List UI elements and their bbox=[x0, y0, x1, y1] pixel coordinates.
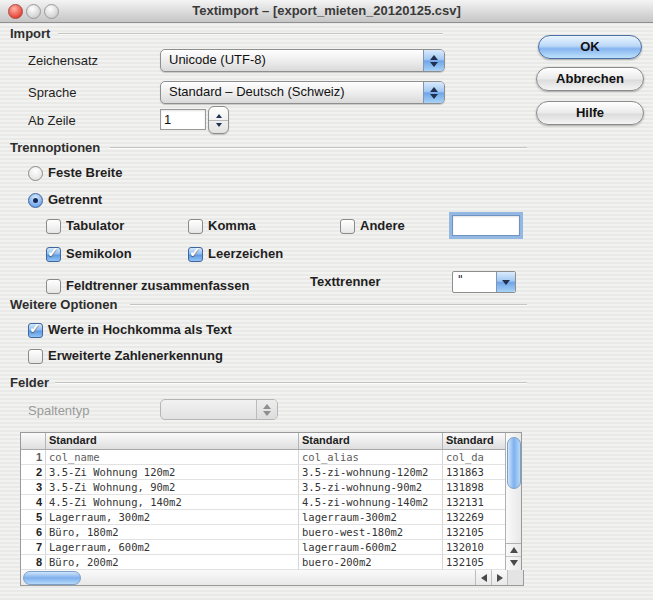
row-number: 4 bbox=[21, 495, 46, 510]
comma-label: Komma bbox=[208, 218, 256, 233]
horizontal-scrollbar[interactable] bbox=[20, 570, 524, 586]
table-cell: buero-200m2 bbox=[299, 555, 443, 570]
combo-dropdown-icon[interactable] bbox=[496, 272, 515, 292]
other-label: Andere bbox=[360, 218, 405, 233]
quoted-as-text-checkbox[interactable] bbox=[28, 323, 43, 338]
table-cell: Büro, 200m2 bbox=[46, 555, 299, 570]
separated-radio[interactable] bbox=[28, 193, 43, 208]
space-checkbox[interactable] bbox=[188, 247, 203, 262]
table-cell: 132010 bbox=[443, 540, 506, 555]
language-value: Standard – Deutsch (Schweiz) bbox=[161, 82, 423, 103]
table-row[interactable]: 8Büro, 200m2buero-200m2132105 bbox=[21, 555, 506, 570]
row-number: 5 bbox=[21, 510, 46, 525]
fields-section-line bbox=[55, 382, 527, 384]
table-header-row[interactable]: Standard Standard Standard bbox=[21, 433, 506, 450]
help-button[interactable]: Hilfe bbox=[536, 101, 644, 125]
table-cell: lagerraum-600m2 bbox=[299, 540, 443, 555]
cancel-button[interactable]: Abbrechen bbox=[536, 67, 644, 91]
text-delimiter-label: Texttrenner bbox=[310, 274, 381, 289]
row-number: 7 bbox=[21, 540, 46, 555]
scroll-up-button[interactable] bbox=[506, 544, 521, 556]
semicolon-checkbox[interactable] bbox=[46, 247, 61, 262]
table-row[interactable]: 33.5-Zi Wohnung, 90m23.5-zi-wohnung-90m2… bbox=[21, 480, 506, 495]
column-header[interactable]: Standard bbox=[443, 433, 506, 449]
table-cell: 132105 bbox=[443, 555, 506, 570]
table-cell: 4.5-zi-wohnung-140m2 bbox=[299, 495, 443, 510]
fields-section-label: Felder bbox=[10, 375, 49, 390]
table-row[interactable]: 1col_namecol_aliascol_da bbox=[21, 450, 506, 465]
comma-checkbox[interactable] bbox=[188, 219, 203, 234]
arrow-left-icon bbox=[481, 574, 487, 582]
row-number: 3 bbox=[21, 480, 46, 495]
horizontal-scrollbar-thumb[interactable] bbox=[23, 571, 81, 585]
table-cell: 4.5-Zi Wohnung, 140m2 bbox=[46, 495, 299, 510]
options-section-line bbox=[130, 304, 527, 306]
quoted-as-text-label: Werte in Hochkomma als Text bbox=[48, 322, 232, 337]
table-row[interactable]: 5Lagerraum, 300m2lagerraum-300m2132269 bbox=[21, 510, 506, 525]
from-row-stepper[interactable] bbox=[208, 106, 229, 134]
from-row-input[interactable]: 1 bbox=[160, 109, 206, 130]
table-cell: col_alias bbox=[299, 450, 443, 465]
arrow-right-icon bbox=[497, 574, 503, 582]
fixed-width-label: Feste Breite bbox=[48, 165, 122, 180]
table-cell: col_name bbox=[46, 450, 299, 465]
charset-value: Unicode (UTF-8) bbox=[161, 50, 423, 71]
table-cell: Lagerraum, 600m2 bbox=[46, 540, 299, 555]
merge-delimiters-checkbox[interactable] bbox=[46, 279, 61, 294]
text-delimiter-value: " bbox=[453, 272, 496, 292]
scrollbar-corner bbox=[507, 570, 523, 585]
table-cell: 132105 bbox=[443, 525, 506, 540]
table-body: 1col_namecol_aliascol_da23.5-Zi Wohnung … bbox=[21, 450, 506, 570]
arrow-down-icon bbox=[510, 560, 518, 566]
detect-numbers-checkbox[interactable] bbox=[28, 349, 43, 364]
charset-label: Zeichensatz bbox=[28, 53, 98, 68]
corner-header-cell bbox=[21, 433, 46, 449]
horizontal-scroll-track[interactable] bbox=[21, 570, 475, 585]
separated-label: Getrennt bbox=[48, 192, 102, 207]
column-header[interactable]: Standard bbox=[299, 433, 443, 449]
scroll-down-button[interactable] bbox=[506, 556, 521, 569]
import-section-label: Import bbox=[10, 26, 50, 41]
space-label: Leerzeichen bbox=[208, 246, 283, 261]
text-delimiter-combo[interactable]: " bbox=[452, 271, 516, 293]
tab-checkbox[interactable] bbox=[46, 219, 61, 234]
scroll-right-button[interactable] bbox=[491, 570, 507, 585]
table-cell: Lagerraum, 300m2 bbox=[46, 510, 299, 525]
column-type-value bbox=[161, 400, 256, 419]
language-popup[interactable]: Standard – Deutsch (Schweiz) bbox=[160, 81, 445, 104]
table-row[interactable]: 44.5-Zi Wohnung, 140m24.5-zi-wohnung-140… bbox=[21, 495, 506, 510]
tab-label: Tabulator bbox=[66, 218, 124, 233]
stepper-down-icon[interactable] bbox=[216, 123, 222, 127]
other-separator-input[interactable] bbox=[452, 215, 520, 236]
charset-popup[interactable]: Unicode (UTF-8) bbox=[160, 49, 445, 72]
semicolon-label: Semikolon bbox=[66, 246, 132, 261]
table-row[interactable]: 6Büro, 180m2buero-west-180m2132105 bbox=[21, 525, 506, 540]
table-cell: 3.5-Zi Wohnung, 90m2 bbox=[46, 480, 299, 495]
textimport-dialog: Textimport – [export_mieten_20120125.csv… bbox=[0, 0, 653, 600]
table-cell: 3.5-zi-wohnung-120m2 bbox=[299, 465, 443, 480]
vertical-scrollbar-thumb[interactable] bbox=[507, 437, 521, 489]
table-cell: buero-west-180m2 bbox=[299, 525, 443, 540]
table-row[interactable]: 23.5-Zi Wohnung 120m23.5-zi-wohnung-120m… bbox=[21, 465, 506, 480]
popup-stepper-icon bbox=[256, 400, 277, 419]
language-label: Sprache bbox=[28, 85, 76, 100]
row-number: 2 bbox=[21, 465, 46, 480]
table-cell: 131863 bbox=[443, 465, 506, 480]
stepper-up-icon[interactable] bbox=[216, 114, 222, 118]
import-section-line bbox=[58, 33, 443, 35]
row-number: 8 bbox=[21, 555, 46, 570]
table-row[interactable]: 7Lagerraum, 600m2lagerraum-600m2132010 bbox=[21, 540, 506, 555]
options-section-label: Weitere Optionen bbox=[10, 297, 117, 312]
scroll-left-button[interactable] bbox=[475, 570, 491, 585]
other-checkbox[interactable] bbox=[340, 219, 355, 234]
fixed-width-radio[interactable] bbox=[28, 166, 43, 181]
title-bar[interactable]: Textimport – [export_mieten_20120125.csv… bbox=[0, 0, 653, 23]
ok-button[interactable]: OK bbox=[538, 35, 642, 59]
column-header[interactable]: Standard bbox=[46, 433, 299, 449]
table-cell: col_da bbox=[443, 450, 506, 465]
separator-section-label: Trennoptionen bbox=[10, 140, 100, 155]
table-cell: 3.5-zi-wohnung-90m2 bbox=[299, 480, 443, 495]
preview-table[interactable]: Standard Standard Standard 1col_namecol_… bbox=[20, 432, 522, 571]
table-cell: 132131 bbox=[443, 495, 506, 510]
vertical-scrollbar[interactable] bbox=[505, 433, 521, 570]
